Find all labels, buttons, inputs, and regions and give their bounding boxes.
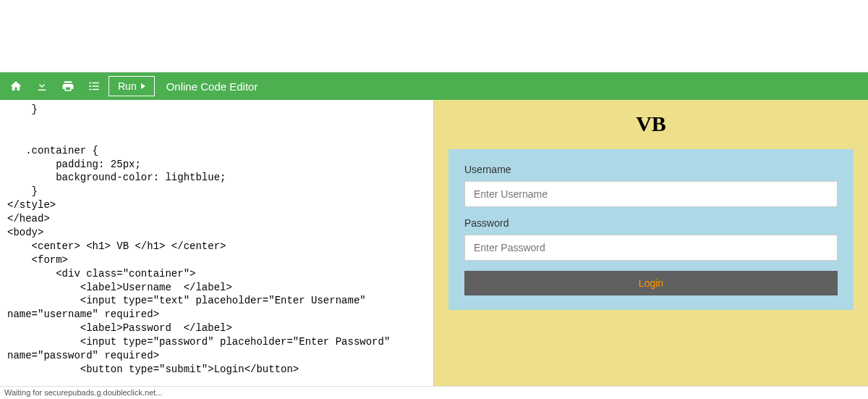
run-button[interactable]: Run [109, 76, 155, 96]
password-label: Password [464, 217, 838, 229]
run-label: Run [118, 80, 137, 92]
preview-heading: VB [448, 112, 854, 136]
download-icon [35, 80, 48, 93]
play-icon [141, 83, 145, 89]
print-button[interactable] [56, 75, 80, 97]
workspace: } .container { padding: 25px; background… [0, 100, 868, 390]
top-spacer [0, 0, 868, 72]
password-input[interactable] [464, 235, 838, 261]
preview-form-container: Username Password Login [448, 149, 854, 310]
code-content: } .container { padding: 25px; background… [0, 100, 433, 379]
home-button[interactable] [4, 75, 27, 97]
list-button[interactable] [82, 75, 106, 97]
username-input[interactable] [464, 181, 838, 207]
preview-pane: VB Username Password Login [434, 100, 868, 390]
print-icon [61, 80, 75, 93]
code-editor[interactable]: } .container { padding: 25px; background… [0, 100, 434, 390]
download-button[interactable] [30, 75, 54, 97]
toolbar: Run Online Code Editor [0, 72, 868, 100]
home-icon [9, 80, 22, 93]
list-icon [88, 80, 101, 93]
status-bar: Waiting for securepubads.g.doubleclick.n… [0, 386, 868, 399]
login-button[interactable]: Login [464, 271, 838, 295]
username-label: Username [464, 164, 838, 175]
app-title: Online Code Editor [166, 80, 258, 93]
